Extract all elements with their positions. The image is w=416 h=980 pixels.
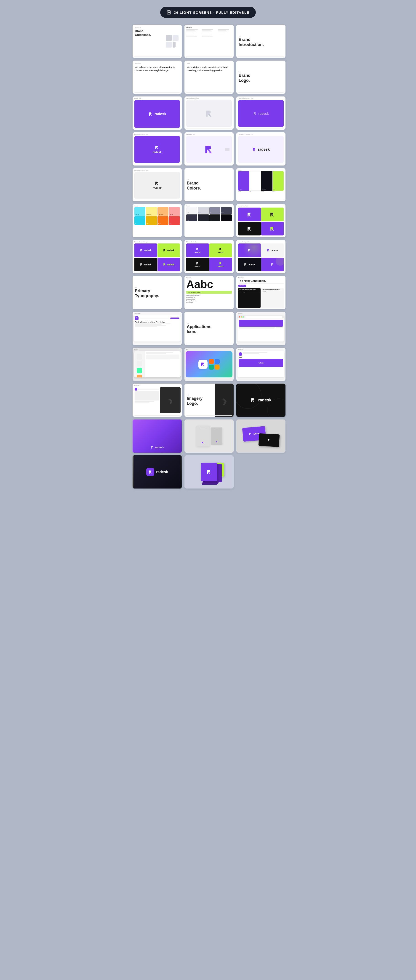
radesk-h-var3: radesk bbox=[144, 263, 151, 266]
lime-hex: #b5f23d bbox=[273, 191, 284, 192]
fw-medium: Manrope Medium bbox=[186, 299, 232, 300]
lockup-label: Lockup. Logo. bbox=[133, 97, 182, 99]
midnight-hex: #0f0f1a bbox=[261, 191, 272, 192]
svg-rect-4 bbox=[173, 41, 176, 48]
construction-vbw-label: Construction. Vertical Logo. bbox=[133, 168, 182, 171]
color-white-label: White bbox=[251, 188, 260, 189]
card-typo-next-gen: Typography. The Next Generation. Connect… bbox=[237, 276, 286, 309]
chevron-decor: › bbox=[166, 392, 175, 409]
card-content: Content. bbox=[184, 25, 233, 58]
card-bizcard: radesk bbox=[237, 420, 286, 453]
card-ios: iOS. bbox=[184, 348, 233, 381]
dark-signage-logo: radesk bbox=[250, 397, 272, 403]
card-logo-vertical-bw: Construction. Vertical Logo. radesk bbox=[133, 168, 182, 201]
card-brand-guidelines: Version 1.0 BrandGuidelines. ◦ bbox=[133, 25, 182, 58]
imagery-decor: › bbox=[220, 391, 229, 410]
cloth-brand-name: radesk bbox=[155, 446, 164, 449]
desc-h-label: Description. Horizontal Logo. bbox=[237, 132, 286, 135]
svg-rect-2 bbox=[173, 35, 178, 41]
v-variations-label: P Colors. Vertical Logo. bbox=[184, 240, 233, 243]
purple-hex: #7c3aed bbox=[238, 191, 249, 192]
black-label: Black bbox=[221, 220, 231, 221]
card-typo-app: Typography. Pay it full or pay over time… bbox=[133, 312, 182, 345]
card-envision-text: Vision. We envision a landscape defined … bbox=[184, 60, 233, 94]
svg-rect-3 bbox=[166, 41, 172, 48]
radesk-v-var4: radesk bbox=[218, 266, 224, 267]
intro-label: Introduction. bbox=[135, 63, 179, 64]
header-text: 36 LIGHT SCREENS - FULLY EDITABLE bbox=[174, 11, 249, 14]
brand-intro-heading: BrandIntroduction. bbox=[239, 37, 283, 47]
radesk-bg-light: radesk bbox=[271, 249, 278, 252]
brand-name-purple: radesk bbox=[154, 112, 167, 116]
imagery-section-num: 6.0 bbox=[187, 395, 213, 396]
content-title: Content. bbox=[186, 27, 232, 28]
colors-palette-label: Colors. bbox=[237, 168, 286, 171]
app-icon-heading: ApplicationsIcon. bbox=[187, 325, 231, 334]
steel-label: Steel bbox=[210, 212, 220, 213]
ng-purple-badge: Connect bbox=[238, 285, 246, 287]
yellow2-label: Yellow bbox=[146, 223, 156, 224]
arsenic-label: Arsenic bbox=[198, 220, 208, 221]
card-logo-purple: Lockup. Logo. radesk bbox=[133, 97, 182, 130]
brand-logo-shape bbox=[166, 35, 178, 48]
fw-bold: Manrope Bold bbox=[186, 302, 232, 303]
typeface-label: Typeface. bbox=[184, 276, 233, 279]
white-hex: #ffffff bbox=[249, 191, 261, 192]
brand-colors-heading: BrandColors. bbox=[187, 181, 231, 191]
color-purple-label: Purple bbox=[239, 189, 248, 190]
radesk-vertical-logo: radesk bbox=[153, 145, 162, 154]
colors-section-num: 3.0 bbox=[187, 179, 231, 180]
phantom-label: Phantom bbox=[210, 220, 220, 221]
radesk-v-var1: radesk bbox=[195, 251, 200, 253]
fw-semibold: Manrope Semibold bbox=[186, 300, 232, 302]
card-cloth-mockup: radesk bbox=[133, 420, 182, 453]
vision-label: Vision. bbox=[187, 63, 231, 64]
logo-mark-grid-label: Lockup. Logo Mark. bbox=[237, 204, 286, 207]
card-instagram: Instagram. › bbox=[133, 383, 182, 417]
yellow-label: Light Yellow bbox=[146, 214, 156, 215]
tweet-title: radesk bbox=[239, 357, 283, 358]
radesk-horizontal-desc: radesk bbox=[252, 147, 270, 152]
ng-card2-title: Stay updated in the loop, once a week. bbox=[263, 289, 283, 292]
app-section-num: 5.0 bbox=[187, 323, 231, 324]
graphite-label: Graphite bbox=[187, 220, 197, 221]
ng-card1-title: Talk with an expert over video. bbox=[239, 289, 259, 290]
radesk-horizontal-logo: radesk bbox=[253, 111, 268, 116]
radesk-h-var1: radesk bbox=[144, 249, 151, 252]
ios-label: iOS. bbox=[184, 348, 233, 351]
typo-ng-label: Typography. bbox=[237, 276, 286, 279]
building-brand-name: radesk bbox=[156, 470, 168, 474]
card-light-colors: Colors. Light Cyan Light Yellow Light Or… bbox=[133, 204, 182, 237]
radesk-vertical-bw: radesk bbox=[153, 181, 162, 190]
construction-h-label: Construction. Horizontal Logo. bbox=[237, 97, 286, 99]
cyan2-label: Cyan bbox=[135, 223, 144, 224]
primary-typo-heading: PrimaryTypography. bbox=[135, 288, 179, 298]
card-logo-mark-gray: Construction. Logo Mark. bbox=[184, 97, 233, 130]
color-midnight-label: Midnight bbox=[262, 189, 272, 190]
macos-label: macOS. bbox=[133, 348, 182, 351]
card-twitter: Twitter "X". radesk radesk bbox=[237, 348, 286, 381]
tweet-brand: radesk bbox=[258, 362, 264, 364]
card-logo-vertical-purple: Construction. Vertical Logo. radesk bbox=[133, 132, 182, 165]
red-label: Light Red bbox=[170, 214, 179, 215]
believe-text: We believe in the power of innovation to… bbox=[135, 65, 179, 72]
card-logo-h-variations: P Colors. Horizontal Logo. radesk radesk… bbox=[133, 240, 182, 273]
card-logo-mark-desc: Description. Mark. bbox=[184, 132, 233, 165]
gray-colors-label: Colors. bbox=[184, 204, 233, 207]
red2-label: Red bbox=[170, 223, 179, 224]
radesk-h-var2: radesk bbox=[167, 249, 175, 252]
card-brand-colors-palette: Colors. Purple White Midnight Lime #7c3a… bbox=[237, 168, 286, 201]
brand-name-h-desc: radesk bbox=[258, 148, 270, 151]
desc-mark-label: Description. Mark. bbox=[184, 132, 233, 135]
card-browser: Browser. bbox=[237, 312, 286, 345]
bizcard-name1: radesk bbox=[252, 432, 259, 435]
radesk-logo-purple: radesk bbox=[148, 111, 167, 116]
logo-shape-area bbox=[166, 27, 178, 56]
instagram-label: Instagram. bbox=[133, 383, 182, 387]
logo-mark-desc-svg bbox=[203, 144, 215, 155]
brand-name-v-purple: radesk bbox=[153, 151, 162, 154]
card-app-icon-title: 5.0 ApplicationsIcon. bbox=[184, 312, 233, 345]
card-gray-colors: Colors. Cloud Smoke Steel Space Graphite… bbox=[184, 204, 233, 237]
ng-card1-sub: Schedule anytime bbox=[239, 291, 259, 293]
orange-label: Light Orange bbox=[158, 214, 168, 215]
